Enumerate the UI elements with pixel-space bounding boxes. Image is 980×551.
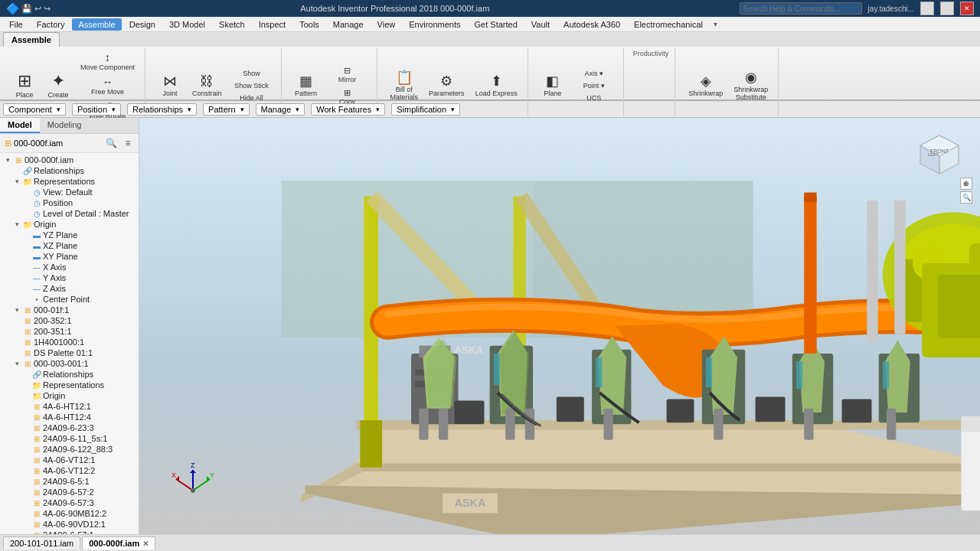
tree-item-23[interactable]: ⊞4A-6-HT12:1 — [0, 401, 139, 412]
tree-icon-26: ⊞ — [31, 435, 43, 443]
tree-item-1[interactable]: 🔗Relationships — [0, 165, 139, 176]
tree-item-6[interactable]: ▾📁Origin — [0, 219, 139, 230]
ribbon-btn-move[interactable]: ↕ Move Component — [77, 50, 139, 73]
doc-tab-000[interactable]: 000-000f.iam ✕ — [82, 536, 155, 549]
quick-access-undo[interactable]: ↩ — [34, 4, 41, 14]
tree-item-26[interactable]: ⊞24A09-6-11_5s:1 — [0, 433, 139, 444]
ribbon-btn-hideall[interactable]: Hide All — [229, 93, 275, 103]
search-input[interactable] — [740, 2, 862, 15]
cmd-position[interactable]: Position — [72, 103, 121, 116]
tree-item-29[interactable]: ⊞4A-06-VT12:2 — [0, 465, 139, 476]
tree-item-34[interactable]: ⊞4A-06-90VD12:1 — [0, 519, 139, 530]
menu-file[interactable]: File — [3, 18, 29, 31]
menu-environments[interactable]: Environments — [403, 18, 466, 31]
tree-item-2[interactable]: ▾📁Representations — [0, 176, 139, 187]
cmd-pattern[interactable]: Pattern — [203, 103, 249, 116]
tree-item-32[interactable]: ⊞24A09-6-57:3 — [0, 497, 139, 508]
menu-3dmodel[interactable]: 3D Model — [163, 18, 211, 31]
nav-pan[interactable]: ⊕ — [960, 178, 972, 190]
ribbon-btn-shrinkwrap[interactable]: ◈ Shrinkwrap — [684, 64, 727, 107]
ribbon-btn-ucs[interactable]: UCS — [571, 93, 617, 103]
ribbon-btn-parameters[interactable]: ⚙ Parameters — [425, 64, 469, 107]
tree-item-30[interactable]: ⊞24A09-6-5:1 — [0, 476, 139, 487]
menu-inspect[interactable]: Inspect — [253, 18, 292, 31]
tree-item-16[interactable]: ⊞200-351:1 — [0, 326, 139, 337]
tree-item-12[interactable]: —Z Axis — [0, 283, 139, 294]
tree-container[interactable]: ▾⊞000-000f.iam 🔗Relationships▾📁Represent… — [0, 153, 139, 534]
ribbon-btn-create[interactable]: ✦ Create — [43, 64, 74, 107]
ribbon-btn-showstick[interactable]: Show Stick — [229, 80, 275, 91]
ribbon-btn-axis[interactable]: Axis ▾ — [571, 68, 617, 79]
tab-modeling[interactable]: Modeling — [40, 118, 90, 133]
close-btn[interactable]: ✕ — [960, 2, 974, 15]
tree-item-9[interactable]: ▬XY Plane — [0, 251, 139, 262]
viewport[interactable]: ASKA ASKA ASKA — [139, 118, 980, 534]
tab-model[interactable]: Model — [0, 118, 40, 133]
tree-item-13[interactable]: •Center Point — [0, 294, 139, 305]
menu-vault[interactable]: Vault — [525, 18, 556, 31]
cmd-manage[interactable]: Manage — [256, 103, 305, 116]
tree-item-5[interactable]: ◷Level of Detail : Master — [0, 208, 139, 219]
ribbon-btn-point[interactable]: Point ▾ — [571, 80, 617, 91]
cmd-component[interactable]: Component — [3, 103, 66, 116]
menu-getstarted[interactable]: Get Started — [469, 18, 524, 31]
tree-item-11[interactable]: —Y Axis — [0, 272, 139, 283]
sidebar-search-btn[interactable]: 🔍 — [103, 135, 119, 151]
ribbon-btn-constrain[interactable]: ⛓ Constrain — [188, 64, 226, 107]
view-cube[interactable]: FRONT LEFT — [913, 124, 959, 170]
menu-autodesk[interactable]: Autodesk A360 — [557, 18, 626, 31]
menu-design[interactable]: Design — [123, 18, 162, 31]
sidebar-menu-btn[interactable]: ≡ — [120, 135, 136, 151]
ribbon-btn-show[interactable]: Show — [229, 68, 275, 79]
menu-electro[interactable]: Electromechanical — [628, 18, 709, 31]
ribbon-btn-shrinkwrapsub[interactable]: ◉ ShrinkwrapSubstitute — [730, 64, 772, 107]
maximize-btn[interactable]: □ — [940, 2, 954, 15]
tree-item-15[interactable]: ⊞200-352:1 — [0, 315, 139, 326]
tree-item-7[interactable]: ▬YZ Plane — [0, 230, 139, 240]
quick-access-save[interactable]: 💾 — [21, 4, 32, 14]
tree-item-27[interactable]: ⊞24A09-6-122_88:3 — [0, 444, 139, 455]
menu-assemble[interactable]: Assemble — [72, 18, 121, 31]
doc-tab-000-close[interactable]: ✕ — [142, 540, 149, 548]
menu-tools[interactable]: Tools — [293, 18, 325, 31]
tree-item-33[interactable]: ⊞4A-06-90MB12:2 — [0, 508, 139, 519]
tree-item-28[interactable]: ⊞4A-06-VT12:1 — [0, 455, 139, 465]
tree-item-3[interactable]: ◷View: Default — [0, 187, 139, 197]
quick-access-redo[interactable]: ↪ — [44, 4, 51, 14]
ribbon-btn-freemove[interactable]: ↔ Free Move — [77, 74, 139, 97]
cmd-relationships[interactable]: Relationships — [127, 103, 197, 116]
tree-item-4[interactable]: ◷Position — [0, 197, 139, 208]
tree-item-21[interactable]: 📁Representations — [0, 380, 139, 390]
tree-item-20[interactable]: 🔗Relationships — [0, 369, 139, 380]
tree-item-31[interactable]: ⊞24A09-6-57:2 — [0, 487, 139, 497]
menu-view[interactable]: View — [371, 18, 402, 31]
tree-item-24[interactable]: ⊞4A-6-HT12:4 — [0, 412, 139, 422]
minimize-btn[interactable]: — — [920, 2, 934, 15]
tree-item-8[interactable]: ▬XZ Plane — [0, 240, 139, 251]
ribbon-btn-mirror[interactable]: ⊟ Mirror — [325, 64, 371, 85]
menu-manage[interactable]: Manage — [327, 18, 370, 31]
menu-factory[interactable]: Factory — [31, 18, 71, 31]
ribbon-btn-place[interactable]: ⊞ Place — [9, 64, 40, 107]
menu-sketch[interactable]: Sketch — [213, 18, 251, 31]
ribbon-btn-pattern[interactable]: ▦ Pattern — [291, 64, 322, 107]
tree-item-0[interactable]: ▾⊞000-000f.iam — [0, 155, 139, 165]
ribbon-btn-bom[interactable]: 📋 Bill ofMaterials — [387, 64, 423, 107]
view-cube-svg[interactable]: FRONT LEFT — [913, 124, 966, 178]
tree-item-10[interactable]: —X Axis — [0, 262, 139, 272]
tree-item-22[interactable]: 📁Origin — [0, 390, 139, 401]
tree-item-18[interactable]: ⊞DS Palette 01:1 — [0, 347, 139, 358]
tree-item-19[interactable]: ▾⊞000-003-001:1 — [0, 358, 139, 369]
nav-zoom[interactable]: 🔍 — [960, 191, 972, 204]
ribbon-btn-loadexpress[interactable]: ⬆ Load Express — [472, 64, 521, 107]
ribbon-btn-joint[interactable]: ⋈ Joint — [155, 64, 185, 107]
tree-item-17[interactable]: ⊞1H4001000:1 — [0, 337, 139, 347]
tree-item-25[interactable]: ⊞24A09-6-23:3 — [0, 422, 139, 433]
tree-item-35[interactable]: ⊞24A09-6-57:1 — [0, 530, 139, 534]
tree-item-14[interactable]: ▾⊞000-01f:1 — [0, 305, 139, 315]
cmd-simplification[interactable]: Simplification — [391, 103, 460, 116]
cmd-workfeatures[interactable]: Work Features — [311, 103, 385, 116]
doc-tab-200[interactable]: 200-101-011.iam — [3, 536, 80, 549]
ribbon-btn-plane[interactable]: ◧ Plane — [537, 64, 568, 107]
ribbon-tab-assemble[interactable]: Assemble — [3, 32, 60, 47]
